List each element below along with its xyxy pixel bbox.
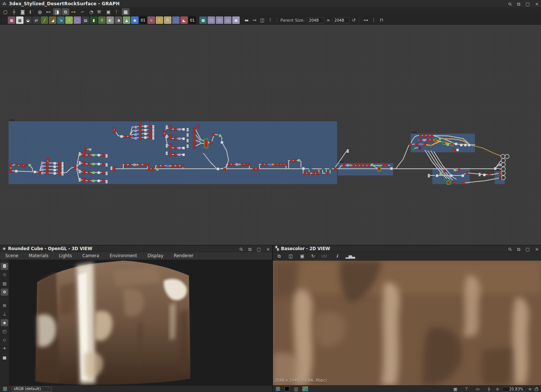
graph-node[interactable] <box>182 147 185 149</box>
link-size-icon[interactable]: ∞ <box>326 18 330 23</box>
graph-node[interactable] <box>102 171 105 174</box>
normal-node-icon[interactable]: ◑ <box>115 16 122 24</box>
blend-node-icon[interactable]: ◒ <box>24 16 32 24</box>
output-node[interactable] <box>501 171 506 175</box>
graph-node[interactable] <box>162 165 164 167</box>
output-node[interactable] <box>501 163 506 167</box>
reload-image-icon[interactable]: ↻˅ <box>310 253 318 260</box>
graph-node[interactable] <box>28 164 31 167</box>
frame-view-icon[interactable]: ▭ <box>474 386 482 392</box>
graph-node[interactable] <box>58 172 60 175</box>
pixel-processor4-node-icon[interactable]: ▣ <box>232 16 240 24</box>
grayscale-conversion-node-icon[interactable]: ▮ <box>90 16 97 24</box>
graph-node[interactable] <box>453 149 455 151</box>
graph-node[interactable] <box>58 162 60 165</box>
graph-node[interactable] <box>174 128 177 131</box>
parent-width-select[interactable]: 2048˅ <box>307 17 324 23</box>
graph-node[interactable] <box>285 163 287 166</box>
graph-node[interactable] <box>149 129 151 131</box>
graph-node[interactable] <box>498 164 501 166</box>
graph-node[interactable] <box>97 171 100 174</box>
graph-node[interactable] <box>245 163 247 166</box>
graph-node[interactable] <box>281 163 284 166</box>
graph-node[interactable] <box>166 165 169 167</box>
graph-node[interactable] <box>239 164 240 165</box>
fx-map-node-icon[interactable]: ▩ <box>199 16 207 24</box>
graph-node[interactable] <box>41 162 44 164</box>
graph-node[interactable] <box>92 154 95 156</box>
text-node-icon[interactable]: A <box>164 16 171 24</box>
node-tool-icon[interactable]: ◨ <box>53 8 61 15</box>
graph-node[interactable] <box>149 125 151 128</box>
graph-node[interactable] <box>346 164 349 167</box>
graph-node[interactable] <box>38 171 41 174</box>
graph-node[interactable] <box>97 154 100 156</box>
graph-node[interactable] <box>144 129 147 131</box>
graph-node[interactable] <box>89 148 91 151</box>
graph-node[interactable] <box>412 149 415 151</box>
graph-node[interactable] <box>129 164 131 166</box>
light-icon[interactable]: ☉ <box>1 271 8 279</box>
graph-node[interactable] <box>278 163 280 166</box>
menu-scene[interactable]: Scene <box>0 253 24 258</box>
compare-icon[interactable]: ⧉ <box>275 253 283 260</box>
graph-node[interactable] <box>53 162 56 165</box>
graph-node[interactable] <box>453 181 455 184</box>
graph-node[interactable] <box>46 168 49 171</box>
close-icon[interactable]: × <box>535 247 539 252</box>
output-node[interactable] <box>501 176 506 180</box>
histogram-icon[interactable]: ▂▅▃ <box>345 253 355 260</box>
graph-node[interactable] <box>178 153 181 156</box>
graph-node[interactable] <box>92 163 95 165</box>
toolbar-drag-handle[interactable]: ⋮⋮ <box>1 18 6 22</box>
screenshot-camera-icon[interactable]: ◙ <box>19 8 27 15</box>
info-icon[interactable]: ℹ˅ <box>27 8 35 15</box>
value-node-icon[interactable]: 01 <box>139 16 147 24</box>
dot-link-icon[interactable]: ⊸ <box>251 17 258 24</box>
graph-node[interactable] <box>427 134 429 137</box>
link-create-icon[interactable]: ⊷ <box>44 8 52 15</box>
graph-node[interactable] <box>316 172 319 175</box>
view3d-viewport[interactable]: ◘☉▨⚙⊞⊥◈◰◇✶▅ <box>0 260 272 385</box>
graph-node[interactable] <box>46 165 49 168</box>
float-icon[interactable]: ⧉ <box>517 247 520 252</box>
graph-node[interactable] <box>113 167 115 171</box>
graph-node[interactable] <box>390 167 393 170</box>
menu-materials[interactable]: Materials <box>24 253 54 258</box>
channel-shuffle-node-icon[interactable]: ⇄ <box>32 16 40 24</box>
graph-node[interactable] <box>163 134 166 136</box>
shaded-cube-icon[interactable]: ◈ <box>1 319 8 326</box>
graph-node[interactable] <box>178 147 181 149</box>
crop-node-icon[interactable]: ⬚ <box>172 16 180 24</box>
pixel-processor3-node-icon[interactable]: ◲ <box>224 16 231 24</box>
parent-height-select[interactable]: 2048˅ <box>332 17 349 23</box>
environment-image-icon[interactable]: ▨ <box>1 280 8 287</box>
graph-node[interactable] <box>371 164 373 166</box>
close-icon[interactable]: × <box>266 247 270 252</box>
copy-icon[interactable]: ▣ <box>298 253 306 260</box>
graph-node[interactable] <box>349 164 351 166</box>
menu-lights[interactable]: Lights <box>54 253 77 258</box>
background-swatch[interactable] <box>285 386 289 391</box>
graph-node[interactable] <box>290 159 293 162</box>
graph-node[interactable] <box>212 133 215 136</box>
graph-node[interactable] <box>443 142 445 144</box>
uv-layers-icon[interactable]: ◇ <box>1 336 8 343</box>
graph-node[interactable] <box>334 168 337 170</box>
graph-node[interactable] <box>124 164 127 166</box>
graph-node[interactable] <box>152 168 154 171</box>
graph-node[interactable] <box>204 139 208 148</box>
directional-blur-node-icon[interactable]: ◢ <box>49 16 56 24</box>
graph-node[interactable] <box>219 134 221 137</box>
graph-node[interactable] <box>136 164 138 166</box>
graph-node[interactable] <box>236 163 238 166</box>
hsl-node-icon[interactable]: ◉ <box>131 16 139 24</box>
link-color-icon[interactable]: ⊶˅ <box>70 8 78 15</box>
graph-node[interactable] <box>265 163 268 166</box>
reset-size-icon[interactable]: ↺ <box>352 18 355 23</box>
maximize-icon[interactable]: ▢ <box>526 2 530 6</box>
flood-fill-node-icon[interactable]: ◣ <box>180 16 188 24</box>
output-node[interactable] <box>501 159 506 163</box>
frame-icon[interactable]: ◫ <box>258 17 266 24</box>
node-graph[interactable] <box>0 25 541 245</box>
